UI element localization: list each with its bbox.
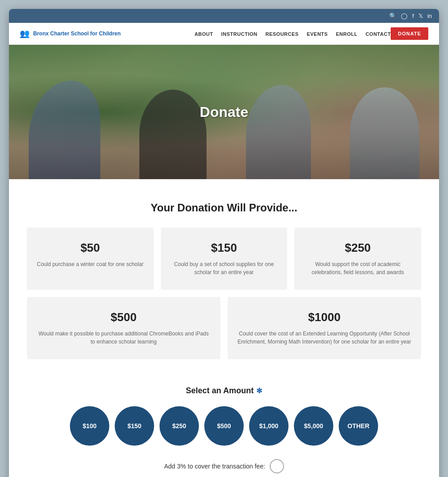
card-desc-1000: Could cover the cost of an Extended Lear… [237, 330, 412, 346]
card-amount-500: $500 [36, 310, 211, 324]
amount-btn-150[interactable]: $150 [115, 406, 154, 446]
child-figure-3 [246, 85, 311, 179]
instagram-icon[interactable]: ◯ [401, 13, 408, 19]
amount-btn-1000[interactable]: $1,000 [249, 406, 289, 446]
nav-resources[interactable]: RESOURCES [265, 31, 298, 37]
nav-events[interactable]: EVENTS [307, 31, 328, 37]
card-amount-50: $50 [36, 241, 145, 255]
nav-contact[interactable]: CONTACT [366, 31, 391, 37]
linkedin-icon[interactable]: in [427, 13, 432, 19]
donation-card-1000: $1000 Could cover the cost of an Extende… [228, 297, 421, 359]
nav-instruction[interactable]: INSTRUCTION [221, 31, 258, 37]
donate-nav-button[interactable]: DONATE [391, 27, 428, 40]
nav-about[interactable]: ABOUT [194, 31, 213, 37]
facebook-icon[interactable]: f [412, 13, 414, 19]
logo-area: 👥 Bronx Charter School for Children [20, 29, 121, 39]
browser-frame: 🔍 ◯ f 𝕏 in 👥 Bronx Charter School for Ch… [9, 9, 439, 477]
search-icon[interactable]: 🔍 [389, 13, 396, 19]
amount-buttons-group: $100 $150 $250 $500 $1,000 $5,000 OTHER [27, 406, 421, 446]
amount-btn-100[interactable]: $100 [70, 406, 109, 446]
child-figure-2 [139, 90, 207, 179]
logo-icon: 👥 [20, 29, 30, 39]
amount-btn-500[interactable]: $500 [204, 406, 244, 446]
donation-card-250: $250 Would support the cost of academic … [294, 228, 421, 290]
child-figure-4 [350, 87, 419, 179]
donation-cards-bottom: $500 Would make it possible to purchase … [27, 297, 421, 359]
twitter-icon[interactable]: 𝕏 [418, 13, 423, 19]
transaction-fee-label: Add 3% to cover the transaction fee: [164, 463, 265, 470]
amount-btn-250[interactable]: $250 [159, 406, 199, 446]
card-amount-150: $150 [170, 241, 279, 255]
transaction-fee-row: Add 3% to cover the transaction fee: [27, 459, 421, 473]
nav-enroll[interactable]: ENROLL [336, 31, 358, 37]
required-star: ✻ [256, 387, 262, 395]
main-content: Your Donation Will Provide... $50 Could … [9, 179, 439, 477]
donation-cards-top: $50 Could purchase a winter coat for one… [27, 228, 421, 290]
top-bar: 🔍 ◯ f 𝕏 in [9, 9, 439, 23]
card-amount-250: $250 [303, 241, 412, 255]
donation-card-150: $150 Could buy a set of school supplies … [161, 228, 288, 290]
hero-title: Donate [200, 104, 248, 120]
amount-btn-other[interactable]: OTHER [339, 406, 378, 446]
nav-links: ABOUT INSTRUCTION RESOURCES EVENTS ENROL… [194, 30, 391, 38]
logo-text: Bronx Charter School for Children [33, 30, 121, 37]
select-amount-section: Select an Amount ✻ $100 $150 $250 $500 $… [27, 377, 421, 477]
card-desc-50: Could purchase a winter coat for one sch… [36, 260, 145, 268]
donation-card-500: $500 Would make it possible to purchase … [27, 297, 220, 359]
card-desc-250: Would support the cost of academic celeb… [303, 260, 412, 276]
donation-card-50: $50 Could purchase a winter coat for one… [27, 228, 154, 290]
amount-btn-5000[interactable]: $5,000 [294, 406, 333, 446]
card-desc-500: Would make it possible to purchase addit… [36, 330, 211, 346]
select-amount-title: Select an Amount ✻ [27, 386, 421, 395]
hero-section: Donate [9, 45, 439, 179]
card-desc-150: Could buy a set of school supplies for o… [170, 260, 279, 276]
section-title: Your Donation Will Provide... [27, 202, 421, 214]
card-amount-1000: $1000 [237, 310, 412, 324]
transaction-fee-toggle[interactable] [270, 459, 284, 473]
navbar: 👥 Bronx Charter School for Children ABOU… [9, 23, 439, 45]
child-figure-1 [29, 81, 100, 179]
